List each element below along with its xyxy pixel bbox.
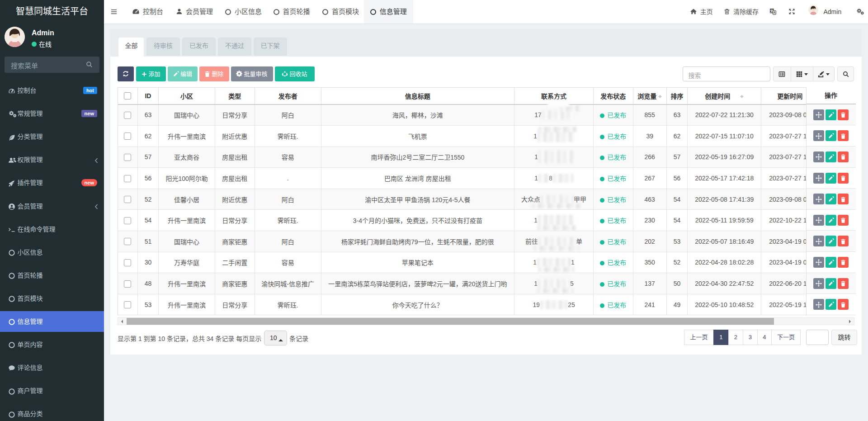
svg-text:A: A [773, 11, 775, 14]
